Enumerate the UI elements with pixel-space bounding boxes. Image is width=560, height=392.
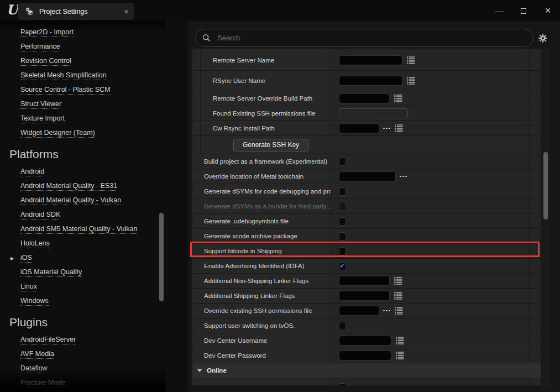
category-header-online[interactable]: Online [192, 363, 541, 378]
property-grid-icon[interactable] [407, 77, 415, 85]
settings-scrollbar[interactable] [543, 152, 548, 219]
minimize-button[interactable]: — [487, 6, 511, 15]
project-settings-cube-icon [25, 7, 34, 16]
settings-sidebar: Paper2D - ImportPerformanceRevision Cont… [0, 21, 166, 392]
setting-label: Additional Non-Shipping Linker Flags [204, 278, 308, 284]
ellipsis-button[interactable] [383, 310, 390, 312]
text-field-cw-rsync-install-path[interactable] [339, 123, 379, 133]
sidebar-item-hololens[interactable]: HoloLens [0, 237, 166, 251]
checkbox-generate-xcode-archive-package[interactable] [339, 232, 346, 241]
checkbox-support-user-switching-on-tvos[interactable] [339, 322, 346, 330]
property-grid-icon[interactable] [395, 124, 403, 132]
checkbox-build-project-as-a-framework-experimental[interactable] [339, 158, 346, 166]
sidebar-item-ios-material-quality[interactable]: iOS Material Quality [0, 265, 166, 280]
setting-label: Override existing SSH permissions file [204, 307, 312, 314]
setting-label: Generate dSYMs for code debugging and pr… [204, 188, 331, 195]
text-field-dev-center-password[interactable] [339, 351, 391, 360]
property-grid-icon[interactable] [407, 56, 415, 64]
setting-value-cell [331, 214, 529, 229]
text-field-rsync-user-name[interactable] [339, 76, 402, 86]
sidebar-item-androidfileserver[interactable]: AndroidFileServer [0, 333, 166, 347]
sidebar-item-widget-designer-team[interactable]: Widget Designer (Team) [0, 126, 166, 140]
setting-reset-cell [529, 214, 541, 229]
property-grid-icon[interactable] [394, 277, 402, 285]
checkbox-enable-advertising-identified-idfa[interactable]: ✔ [339, 262, 346, 270]
sidebar-list: Paper2D - ImportPerformanceRevision Cont… [0, 21, 166, 390]
property-grid-icon[interactable] [394, 95, 402, 102]
ellipsis-button[interactable] [383, 128, 390, 129]
setting-reset-cell [529, 348, 541, 363]
sidebar-item-label: Windows [20, 297, 49, 306]
setting-name-cell: Override existing SSH permissions file [192, 304, 331, 318]
close-button[interactable]: × [536, 5, 560, 17]
text-field-remote-server-override-build-path[interactable] [339, 93, 390, 103]
setting-value-cell [331, 244, 529, 259]
sidebar-item-source-control-plastic-scm[interactable]: Source Control - Plastic SCM [0, 83, 166, 97]
sidebar-item-windows[interactable]: Windows [0, 294, 166, 309]
setting-name-cell [192, 378, 331, 386]
setting-label: Generate .udebugsymbols file [204, 218, 289, 224]
setting-label: Support user switching on tvOS. [204, 322, 295, 329]
checkbox-generate-udebugsymbols-file[interactable] [339, 217, 346, 226]
setting-reset-cell [529, 378, 541, 386]
sidebar-item-android-material-quality-vulkan[interactable]: Android Material Quality - Vulkan [0, 194, 166, 208]
sidebar-item-texture-import[interactable]: Texture Import [0, 112, 166, 126]
setting-reset-cell [529, 289, 541, 304]
text-field-additional-non-shipping-linker-flags[interactable] [339, 276, 390, 286]
sidebar-item-skeletal-mesh-simplification[interactable]: Skeletal Mesh Simplification [0, 69, 166, 83]
category-label: Online [207, 367, 227, 374]
expander-icon[interactable]: ▶ [11, 256, 14, 261]
text-field-additional-shipping-linker-flags[interactable] [339, 291, 390, 301]
text-field-remote-server-name[interactable] [339, 55, 402, 65]
sidebar-item-revision-control[interactable]: Revision Control [0, 54, 166, 69]
sidebar-item-android-material-quality-es31[interactable]: Android Material Quality - ES31 [0, 179, 166, 194]
chevron-down-icon[interactable] [197, 369, 202, 372]
tab-project-settings[interactable]: Project Settings × [18, 3, 134, 20]
maximize-button[interactable] [511, 6, 536, 15]
property-grid-icon[interactable] [396, 352, 404, 359]
setting-value-cell [331, 274, 529, 289]
gear-icon[interactable] [538, 34, 547, 43]
sidebar-item-dataflow[interactable]: Dataflow [0, 362, 166, 376]
sidebar-item-performance[interactable]: Performance [0, 40, 166, 54]
setting-reset-cell [529, 71, 541, 91]
settings-row-override-existing-ssh-permissions-file: Override existing SSH permissions file [192, 304, 541, 318]
sidebar-item-android[interactable]: Android [0, 165, 166, 179]
sidebar-item-linux[interactable]: Linux [0, 280, 166, 294]
tab-close-icon[interactable]: × [124, 7, 129, 15]
sidebar-item-android-sm5-material-quality-vulkan[interactable]: Android SM5 Material Quality - Vulkan [0, 222, 166, 237]
text-field-override-location-of-metal-toolchain[interactable] [339, 171, 396, 181]
sidebar-item-fracture-mode[interactable]: Fracture Mode [0, 376, 166, 390]
ellipsis-button[interactable] [400, 176, 407, 177]
setting-name-cell: RSync User Name [192, 71, 331, 91]
text-field-override-existing-ssh-permissions-file[interactable] [339, 306, 379, 316]
text-field-dev-center-username[interactable] [339, 336, 391, 346]
sidebar-item-struct-viewer[interactable]: Struct Viewer [0, 97, 166, 112]
checkbox[interactable] [339, 383, 346, 385]
setting-label: Override location of Metal toolchain [204, 173, 303, 180]
checkbox-support-bitcode-in-shipping[interactable] [339, 247, 346, 255]
settings-panel: Remote Server NameRSync User NameRemote … [188, 21, 560, 392]
setting-reset-cell [529, 169, 541, 184]
setting-value-cell [331, 184, 529, 199]
generate-ssh-key-button[interactable]: Generate SSH Key [233, 139, 308, 151]
search-input[interactable] [216, 33, 526, 43]
settings-row-additional-non-shipping-linker-flags: Additional Non-Shipping Linker Flags [192, 274, 541, 289]
property-grid-icon[interactable] [394, 292, 402, 300]
search-bar[interactable] [195, 29, 533, 47]
sidebar-item-paper2d-import[interactable]: Paper2D - Import [0, 25, 166, 40]
sidebar-item-avf-media[interactable]: AVF Media [0, 347, 166, 362]
checkbox-generate-dsyms-for-code-debugging-and-pro[interactable] [339, 187, 346, 196]
sidebar-scrollbar[interactable] [159, 213, 164, 301]
property-grid-icon[interactable] [396, 337, 404, 344]
sidebar-item-android-sdk[interactable]: Android SDK [0, 208, 166, 222]
settings-row-partial [192, 378, 541, 386]
window-controls: — × [487, 0, 560, 21]
setting-reset-cell [529, 121, 541, 136]
property-grid-icon[interactable] [395, 307, 403, 315]
sidebar-item-label: Struct Viewer [20, 100, 61, 109]
setting-reset-cell [529, 274, 541, 289]
sidebar-item-ios[interactable]: ▶iOS [0, 251, 166, 265]
settings-row-generate-ssh-key: Generate SSH Key [192, 136, 541, 154]
setting-label: Additional Shipping Linker Flags [204, 292, 295, 299]
